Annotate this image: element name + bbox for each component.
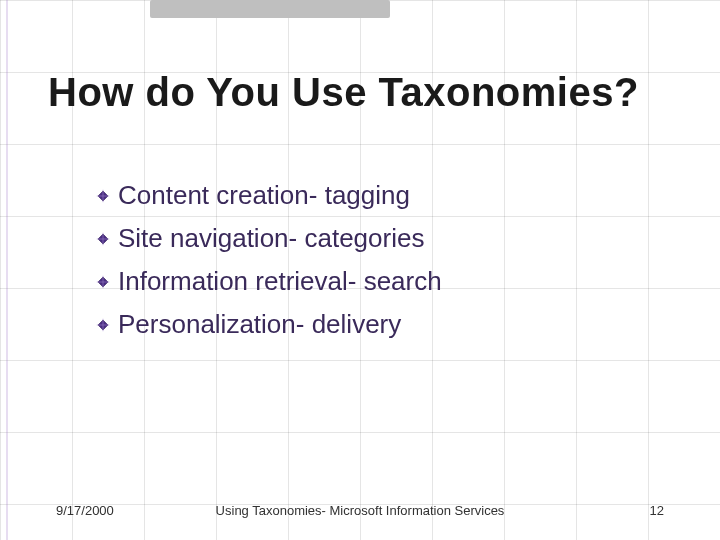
list-item: Information retrieval- search (96, 264, 680, 299)
bullet-text: Personalization- delivery (118, 307, 401, 342)
slide-title: How do You Use Taxonomies? (48, 70, 690, 115)
list-item: Content creation- tagging (96, 178, 680, 213)
footer-date: 9/17/2000 (56, 503, 114, 518)
list-item: Personalization- delivery (96, 307, 680, 342)
diamond-bullet-icon (96, 275, 110, 289)
bullet-list: Content creation- tagging Site navigatio… (96, 178, 680, 350)
diamond-bullet-icon (96, 318, 110, 332)
bullet-text: Information retrieval- search (118, 264, 442, 299)
bullet-text: Site navigation- categories (118, 221, 424, 256)
list-item: Site navigation- categories (96, 221, 680, 256)
diamond-bullet-icon (96, 189, 110, 203)
footer-center: Using Taxonomies- Microsoft Information … (56, 503, 664, 518)
bullet-text: Content creation- tagging (118, 178, 410, 213)
diamond-bullet-icon (96, 232, 110, 246)
slide-footer: 9/17/2000 Using Taxonomies- Microsoft In… (56, 503, 664, 518)
left-vertical-rule (6, 0, 8, 540)
footer-page: 12 (650, 503, 664, 518)
slide-background: How do You Use Taxonomies? Content creat… (0, 0, 720, 540)
top-tab-bar (150, 0, 390, 18)
